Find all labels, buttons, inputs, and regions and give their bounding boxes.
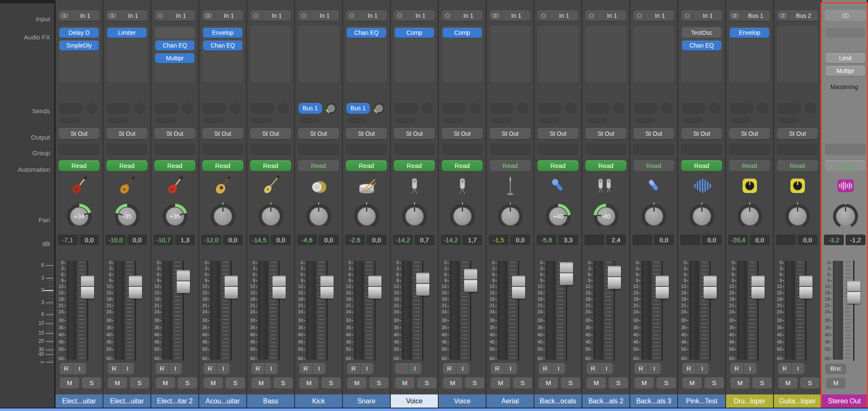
fx-empty-slot[interactable] bbox=[826, 28, 865, 38]
input-monitor-button[interactable]: I bbox=[744, 363, 757, 374]
input-monitor-button[interactable]: I bbox=[313, 363, 326, 374]
group-slot[interactable] bbox=[154, 144, 195, 155]
automation-mode-button[interactable]: Read bbox=[250, 160, 291, 171]
mute-button[interactable]: M bbox=[491, 377, 510, 389]
mute-button[interactable]: M bbox=[539, 377, 558, 389]
audio-fx-area[interactable]: Chan EQMultipr bbox=[154, 26, 195, 82]
fx-empty-slot[interactable] bbox=[155, 28, 195, 38]
solo-button[interactable]: S bbox=[561, 377, 580, 389]
track-name[interactable]: Elect...uitar bbox=[103, 394, 150, 408]
solo-button[interactable]: S bbox=[704, 377, 724, 389]
solo-button[interactable]: S bbox=[465, 377, 484, 389]
pan-knob[interactable] bbox=[736, 201, 763, 231]
mute-button[interactable]: M bbox=[682, 377, 702, 389]
record-enable-button[interactable]: R bbox=[347, 363, 361, 374]
fx-plugin-button[interactable]: Envelop bbox=[203, 28, 242, 38]
automation-mode-button[interactable]: Read bbox=[490, 160, 531, 171]
output-button[interactable]: St Out bbox=[490, 128, 531, 139]
fader-handle[interactable] bbox=[704, 276, 717, 299]
mute-button[interactable]: M bbox=[60, 377, 79, 389]
fader-handle[interactable] bbox=[273, 276, 286, 299]
input-monitor-button[interactable]: I bbox=[600, 363, 613, 374]
track-name[interactable]: Guita...loper bbox=[774, 394, 821, 408]
send-slot-2[interactable] bbox=[203, 117, 224, 123]
pan-knob[interactable] bbox=[688, 201, 715, 231]
group-slot[interactable] bbox=[537, 144, 579, 155]
send-slot[interactable] bbox=[634, 103, 657, 114]
automation-mode-button[interactable]: Read bbox=[585, 160, 626, 171]
solo-button[interactable]: S bbox=[178, 377, 197, 389]
input-monitor-button[interactable]: I bbox=[73, 363, 86, 374]
bounce-button[interactable]: Bnc bbox=[825, 363, 846, 374]
fader-track[interactable] bbox=[853, 260, 854, 361]
output-button[interactable]: St Out bbox=[298, 128, 339, 139]
fader-handle[interactable] bbox=[464, 269, 477, 292]
fx-plugin-button[interactable]: TestOsc bbox=[682, 28, 721, 38]
mute-button[interactable]: M bbox=[634, 377, 654, 389]
fx-plugin-button[interactable]: SmpleDly bbox=[59, 41, 99, 50]
mute-button[interactable]: M bbox=[395, 377, 415, 389]
track-name[interactable]: Kick bbox=[295, 394, 342, 408]
solo-button[interactable]: S bbox=[752, 377, 772, 389]
track-name[interactable]: Dru...loper bbox=[726, 394, 773, 408]
fx-plugin-button[interactable]: Limit bbox=[826, 53, 865, 63]
send-slot[interactable] bbox=[682, 103, 705, 114]
group-slot[interactable] bbox=[394, 144, 435, 155]
send-slot-2[interactable] bbox=[395, 117, 415, 123]
pan-knob[interactable] bbox=[640, 201, 668, 231]
mute-button[interactable]: M bbox=[730, 377, 750, 389]
send-slot[interactable] bbox=[729, 103, 753, 114]
mute-button[interactable]: M bbox=[108, 377, 127, 389]
fx-plugin-button[interactable]: Multipr bbox=[155, 53, 195, 63]
mute-button[interactable]: M bbox=[156, 377, 175, 389]
audio-fx-area[interactable]: LimitMultipr bbox=[825, 26, 866, 82]
output-button[interactable]: St Out bbox=[58, 128, 100, 139]
fader-handle[interactable] bbox=[177, 270, 190, 293]
output-button[interactable]: St Out bbox=[537, 128, 579, 139]
input-monitor-button[interactable]: I bbox=[121, 363, 134, 374]
fader-handle[interactable] bbox=[129, 276, 142, 299]
output-button[interactable]: St Out bbox=[729, 128, 770, 139]
record-enable-button[interactable]: R bbox=[156, 363, 169, 374]
automation-mode-button[interactable]: Read bbox=[442, 160, 483, 171]
send-slot[interactable] bbox=[203, 103, 226, 114]
solo-button[interactable]: S bbox=[369, 377, 389, 389]
send-level-knob[interactable] bbox=[709, 103, 720, 114]
send-level-knob[interactable] bbox=[278, 103, 289, 114]
solo-button[interactable]: S bbox=[273, 377, 293, 389]
audio-fx-area[interactable]: Delay DSmpleDly bbox=[58, 26, 100, 82]
track-name[interactable]: Elect...itar 2 bbox=[151, 394, 198, 408]
send-slot[interactable] bbox=[250, 103, 274, 114]
automation-mode-button[interactable]: Read bbox=[298, 160, 339, 171]
audio-fx-area[interactable]: Chan EQ bbox=[346, 26, 387, 82]
fader-handle[interactable] bbox=[560, 262, 573, 285]
output-button[interactable]: St Out bbox=[394, 128, 435, 139]
audio-fx-area[interactable]: TestOscChan EQ bbox=[681, 26, 722, 82]
solo-button[interactable]: S bbox=[609, 377, 628, 389]
record-enable-button[interactable]: R bbox=[730, 363, 744, 374]
input-button[interactable]: In 1 bbox=[681, 11, 722, 21]
send-slot-2[interactable] bbox=[251, 117, 272, 123]
pan-knob[interactable]: +40 bbox=[545, 201, 572, 231]
solo-button[interactable]: S bbox=[82, 377, 101, 389]
group-slot[interactable] bbox=[633, 144, 674, 155]
output-button[interactable]: St Out bbox=[250, 128, 291, 139]
output-button[interactable]: St Out bbox=[633, 128, 674, 139]
input-button[interactable]: In 1 bbox=[394, 11, 435, 21]
input-button[interactable]: In 1 bbox=[537, 11, 579, 21]
mute-button[interactable]: M bbox=[826, 377, 846, 389]
track-name[interactable]: Elect...uitar bbox=[56, 394, 103, 408]
group-slot[interactable] bbox=[346, 144, 387, 155]
mute-button[interactable]: M bbox=[203, 377, 223, 389]
automation-mode-button[interactable]: Read bbox=[825, 160, 866, 171]
input-monitor-button[interactable]: I bbox=[169, 363, 182, 374]
track-name[interactable]: Snare bbox=[343, 394, 390, 408]
group-slot[interactable] bbox=[250, 144, 291, 155]
audio-fx-area[interactable] bbox=[777, 26, 818, 82]
send-level-knob[interactable] bbox=[517, 103, 529, 114]
fader-handle[interactable] bbox=[225, 276, 238, 299]
track-name[interactable]: Voice bbox=[439, 394, 486, 408]
output-button[interactable]: St Out bbox=[154, 128, 195, 139]
input-button[interactable]: In 1 bbox=[585, 11, 626, 21]
audio-fx-area[interactable]: Comp bbox=[442, 26, 483, 82]
